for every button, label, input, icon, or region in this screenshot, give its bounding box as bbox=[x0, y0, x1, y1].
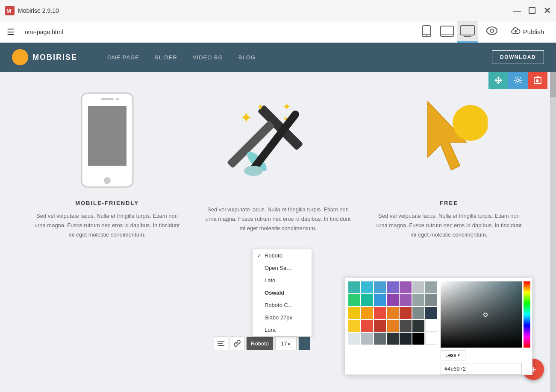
app-navigation: MOBIRISE ONE PAGE SLIDER VIDEO BG BLOG D… bbox=[0, 43, 556, 72]
swatch-green[interactable] bbox=[348, 294, 360, 306]
swatch-violet[interactable] bbox=[387, 294, 399, 306]
publish-label: Publish bbox=[523, 28, 544, 35]
close-button[interactable]: ✕ bbox=[543, 7, 551, 15]
maximize-button[interactable] bbox=[529, 7, 535, 14]
app-brand: MOBIRISE bbox=[12, 49, 77, 65]
swatch-orange[interactable] bbox=[361, 307, 373, 319]
swatch-red[interactable] bbox=[374, 307, 386, 319]
svg-point-4 bbox=[426, 35, 427, 37]
minimize-button[interactable]: — bbox=[513, 7, 521, 15]
swatch-lt-gray[interactable] bbox=[348, 333, 360, 345]
svg-rect-23 bbox=[101, 98, 114, 100]
svg-text:✦: ✦ bbox=[240, 109, 253, 126]
swatch-purple[interactable] bbox=[400, 281, 412, 293]
font-option-opensans[interactable]: Open Sa... bbox=[253, 262, 312, 274]
swatch-dark2[interactable] bbox=[400, 320, 412, 332]
font-option-lora[interactable]: Lora bbox=[253, 324, 312, 336]
font-option-slabo[interactable]: Slabo 27px bbox=[253, 311, 312, 324]
swatch-white[interactable] bbox=[425, 320, 437, 332]
hue-slider[interactable] bbox=[524, 281, 530, 348]
font-option-oswald[interactable]: Oswald bbox=[253, 287, 312, 299]
current-file: one-page.html bbox=[25, 29, 408, 35]
swatch-yellow[interactable] bbox=[348, 307, 360, 319]
nav-video-bg[interactable]: VIDEO BG bbox=[193, 53, 223, 62]
svg-text:✦: ✦ bbox=[282, 101, 291, 112]
swatch-yellow2[interactable] bbox=[348, 320, 360, 332]
swatch-crimson[interactable] bbox=[374, 320, 386, 332]
swatch-purple-light[interactable] bbox=[387, 281, 399, 293]
main-toolbar: ☰ one-page.html Publish bbox=[0, 21, 556, 43]
app-logo-icon: M bbox=[5, 6, 15, 15]
swatch-pure-black[interactable] bbox=[412, 333, 424, 345]
swatch-pure-white[interactable] bbox=[425, 333, 437, 345]
less-options-button[interactable]: Less < bbox=[441, 350, 465, 360]
block-settings-button[interactable] bbox=[508, 72, 528, 89]
vertical-scrollbar[interactable] bbox=[550, 72, 556, 392]
download-button[interactable]: DOWNLOAD bbox=[492, 50, 544, 64]
swatch-gray-light[interactable] bbox=[412, 281, 424, 293]
color-hex-input[interactable] bbox=[441, 363, 522, 374]
phone-illustration bbox=[73, 89, 141, 191]
swatch-dark[interactable] bbox=[412, 307, 424, 319]
swatch-blue[interactable] bbox=[374, 281, 386, 293]
font-option-roboto[interactable]: Roboto bbox=[253, 249, 312, 262]
svg-rect-2 bbox=[423, 26, 430, 37]
delete-block-button[interactable] bbox=[528, 72, 547, 89]
color-gradient-picker[interactable] bbox=[441, 281, 522, 348]
svg-point-11 bbox=[490, 29, 494, 32]
font-color-button[interactable] bbox=[298, 336, 310, 350]
swatch-green-sea[interactable] bbox=[361, 294, 373, 306]
swatch-black[interactable] bbox=[400, 333, 412, 345]
mobile-view-button[interactable] bbox=[416, 21, 437, 43]
link-button[interactable] bbox=[230, 336, 244, 350]
move-block-button[interactable] bbox=[488, 72, 508, 89]
swatch-dk-gray[interactable] bbox=[387, 333, 399, 345]
canvas-area: MOBILE-FRIENDLY Sed vel vulputate lacus.… bbox=[0, 72, 556, 392]
hamburger-menu-icon[interactable]: ☰ bbox=[7, 27, 15, 37]
magic-illustration: ✦ ✦ ✦ bbox=[227, 89, 329, 191]
feature-col-mobile: MOBILE-FRIENDLY Sed vel vulputate lacus.… bbox=[35, 89, 180, 240]
desktop-view-button[interactable] bbox=[457, 21, 478, 43]
swatch-dark-gray[interactable] bbox=[425, 294, 437, 306]
swatch-red-dark[interactable] bbox=[400, 307, 412, 319]
font-family-button[interactable]: Roboto bbox=[246, 336, 274, 350]
preview-button[interactable] bbox=[486, 26, 497, 38]
swatch-navy[interactable] bbox=[425, 307, 437, 319]
nav-one-page[interactable]: ONE PAGE bbox=[107, 53, 139, 62]
swatch-purple2[interactable] bbox=[400, 294, 412, 306]
feature-title-free: FREE bbox=[440, 200, 458, 206]
swatch-orange2[interactable] bbox=[361, 320, 373, 332]
swatch-silver[interactable] bbox=[412, 294, 424, 306]
svg-text:✦: ✦ bbox=[257, 102, 264, 112]
text-align-button[interactable] bbox=[214, 336, 228, 350]
feature-col-magic: ✦ ✦ ✦ Sed vel vulputate lacus. Nulla et … bbox=[206, 89, 351, 233]
gradient-selector-dot[interactable] bbox=[483, 313, 488, 317]
toolbar-right: Publish bbox=[486, 24, 549, 40]
scrollbar-thumb[interactable] bbox=[550, 72, 556, 97]
swatch-dark3[interactable] bbox=[412, 320, 424, 332]
swatch-mid-gray[interactable] bbox=[374, 333, 386, 345]
svg-point-33 bbox=[244, 166, 263, 176]
tablet-view-button[interactable] bbox=[437, 21, 457, 43]
swatch-gray-mid[interactable] bbox=[425, 281, 437, 293]
publish-button[interactable]: Publish bbox=[506, 24, 549, 40]
nav-blog[interactable]: BLOG bbox=[238, 53, 256, 62]
swatch-cyan[interactable] bbox=[361, 281, 373, 293]
swatch-blue2[interactable] bbox=[374, 294, 386, 306]
feature-desc-magic: Sed vel vulputate lacus. Nulla et fringi… bbox=[206, 205, 351, 233]
cloud-icon bbox=[511, 27, 521, 36]
svg-rect-7 bbox=[461, 26, 474, 35]
brand-logo-circle bbox=[12, 49, 28, 65]
main-nav: ONE PAGE SLIDER VIDEO BG BLOG DOWNLOAD bbox=[107, 50, 544, 64]
font-dropdown: Roboto Open Sa... Lato Oswald Roboto C..… bbox=[252, 249, 312, 336]
nav-slider[interactable]: SLIDER bbox=[155, 53, 177, 62]
font-size-button[interactable]: 17 ▲ bbox=[275, 336, 297, 350]
svg-text:M: M bbox=[6, 8, 11, 14]
swatch-pumpkin[interactable] bbox=[387, 320, 399, 332]
feature-col-free: FREE Sed vel vulputate lacus. Nulla et f… bbox=[377, 89, 522, 240]
swatch-teal[interactable] bbox=[348, 281, 360, 293]
font-option-robotoc[interactable]: Roboto C... bbox=[253, 299, 312, 311]
font-option-lato[interactable]: Lato bbox=[253, 274, 312, 287]
swatch-lt-gray2[interactable] bbox=[361, 333, 373, 345]
swatch-carrot[interactable] bbox=[387, 307, 399, 319]
